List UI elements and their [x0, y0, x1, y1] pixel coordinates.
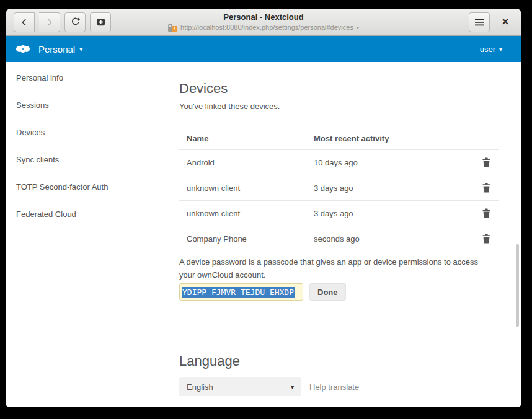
devices-section-title: Devices: [179, 81, 521, 97]
user-menu[interactable]: user ▾: [480, 45, 511, 54]
warning-badge: !: [172, 26, 177, 32]
delete-device-button[interactable]: [481, 157, 491, 167]
url-bar[interactable]: ! http://localhost:8080/index.php/settin…: [168, 23, 359, 32]
window-title-area: Personal - Nextcloud ! http://localhost:…: [168, 12, 359, 32]
language-section: Language English ▾ Help translate: [179, 353, 521, 396]
titlebar-right: ×: [469, 12, 513, 32]
close-button[interactable]: ×: [497, 14, 513, 30]
done-button[interactable]: Done: [309, 283, 346, 301]
language-select[interactable]: English ▾: [179, 377, 301, 396]
delete-device-button[interactable]: [481, 183, 491, 193]
trash-icon: [482, 183, 491, 193]
url-text: http://localhost:8080/index.php/settings…: [180, 23, 353, 32]
menu-button[interactable]: [469, 12, 490, 32]
app-menu[interactable]: Personal ▾: [38, 44, 82, 55]
reload-button[interactable]: [64, 12, 86, 32]
reload-icon: [71, 17, 80, 27]
trash-icon: [482, 208, 491, 218]
device-password-value: YDIPP-FJMVR-TEJDU-EHXDP: [182, 287, 295, 298]
scrollbar-thumb[interactable]: [516, 244, 519, 327]
sidebar-item-personal-info[interactable]: Personal info: [6, 64, 161, 91]
back-icon: [20, 18, 29, 27]
browser-window: Personal - Nextcloud ! http://localhost:…: [6, 9, 521, 407]
devices-table: Name Most recent activity Android 10 day…: [179, 128, 499, 251]
trash-icon: [482, 157, 491, 167]
new-tab-icon: [96, 18, 105, 27]
sidebar-item-sessions[interactable]: Sessions: [6, 91, 161, 118]
table-row: Android 10 days ago: [179, 150, 499, 175]
device-activity: 3 days ago: [306, 201, 474, 226]
table-row: Company Phone seconds ago: [179, 226, 499, 252]
devices-subtitle: You've linked these devices.: [179, 102, 521, 111]
column-header-name: Name: [179, 128, 306, 150]
app-menu-label: Personal: [38, 44, 75, 55]
sidebar-item-devices[interactable]: Devices: [6, 118, 161, 146]
table-header-row: Name Most recent activity: [179, 128, 499, 150]
device-activity: seconds ago: [306, 226, 474, 252]
help-translate-link[interactable]: Help translate: [309, 382, 359, 392]
device-password-hint: A device password is a passcode that giv…: [179, 255, 489, 281]
device-password-input[interactable]: YDIPP-FJMVR-TEJDU-EHXDP: [179, 283, 303, 301]
hamburger-menu-icon: [475, 19, 484, 26]
nextcloud-logo[interactable]: [16, 45, 30, 53]
delete-device-button[interactable]: [481, 208, 491, 218]
user-menu-label: user: [480, 45, 495, 54]
new-tab-button[interactable]: [90, 12, 111, 32]
sidebar-item-federated-cloud[interactable]: Federated Cloud: [6, 200, 161, 227]
settings-sidebar: Personal info Sessions Devices Sync clie…: [6, 62, 161, 407]
close-icon: ×: [502, 15, 509, 29]
title-bar: Personal - Nextcloud ! http://localhost:…: [6, 9, 521, 36]
sidebar-item-totp[interactable]: TOTP Second-factor Auth: [6, 173, 161, 200]
forward-icon: [45, 18, 54, 27]
insecure-lock-icon: !: [168, 24, 177, 32]
url-caret-icon[interactable]: ▾: [357, 23, 359, 32]
device-name: unknown client: [179, 175, 306, 201]
device-activity: 10 days ago: [306, 150, 474, 175]
forward-button[interactable]: [39, 12, 60, 32]
table-row: unknown client 3 days ago: [179, 201, 499, 226]
delete-device-button[interactable]: [481, 234, 491, 244]
device-name: Android: [179, 150, 306, 175]
trash-icon: [482, 234, 491, 244]
select-caret-icon: ▾: [291, 384, 294, 390]
language-section-title: Language: [179, 353, 521, 369]
column-header-activity: Most recent activity: [306, 128, 474, 150]
device-activity: 3 days ago: [306, 175, 474, 201]
language-selected-value: English: [187, 382, 213, 392]
table-row: unknown client 3 days ago: [179, 175, 499, 201]
device-password-row: YDIPP-FJMVR-TEJDU-EHXDP Done: [179, 283, 521, 301]
sidebar-item-sync-clients[interactable]: Sync clients: [6, 146, 161, 173]
history-buttons: [14, 12, 60, 32]
back-button[interactable]: [14, 12, 35, 32]
app-body: Personal info Sessions Devices Sync clie…: [6, 62, 521, 407]
device-name: Company Phone: [179, 226, 306, 252]
nextcloud-header: Personal ▾ user ▾: [6, 36, 521, 62]
window-title: Personal - Nextcloud: [168, 12, 359, 22]
user-menu-caret-icon: ▾: [499, 46, 502, 53]
main-content: Devices You've linked these devices. Nam…: [161, 62, 521, 407]
app-menu-caret-icon: ▾: [79, 46, 82, 53]
device-name: unknown client: [179, 201, 306, 226]
